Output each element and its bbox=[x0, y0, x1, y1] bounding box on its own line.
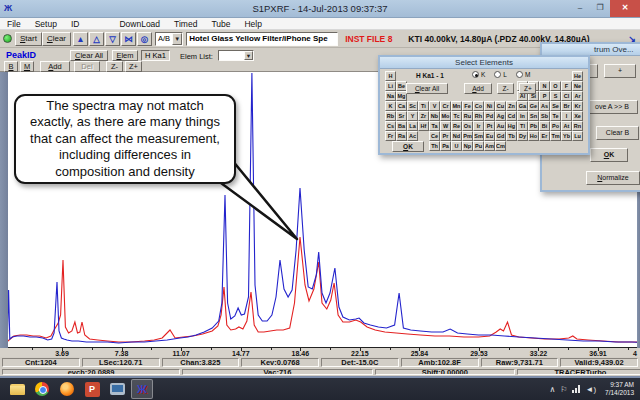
element-cell-po[interactable]: Po bbox=[550, 121, 561, 131]
element-cell-ra[interactable]: Ra bbox=[396, 131, 407, 141]
element-cell-i[interactable]: I bbox=[561, 111, 572, 121]
element-cell-in[interactable]: In bbox=[517, 111, 528, 121]
element-cell-li[interactable]: Li bbox=[385, 81, 396, 91]
m-button[interactable]: M bbox=[20, 61, 34, 72]
toolbar-compress-x-icon[interactable]: ⋈ bbox=[121, 32, 136, 46]
taskbar-app-powerpoint[interactable]: P bbox=[81, 379, 103, 399]
element-cell-sb[interactable]: Sb bbox=[539, 111, 550, 121]
element-cell-er[interactable]: Er bbox=[539, 131, 550, 141]
menu-item-tube[interactable]: Tube bbox=[204, 19, 237, 29]
element-cell-cd[interactable]: Cd bbox=[506, 111, 517, 121]
element-cell-zn[interactable]: Zn bbox=[506, 101, 517, 111]
element-cell-pu[interactable]: Pu bbox=[473, 141, 484, 151]
element-cell-co[interactable]: Co bbox=[473, 101, 484, 111]
element-cell-xe[interactable]: Xe bbox=[572, 111, 583, 121]
element-cell-u[interactable]: U bbox=[451, 141, 462, 151]
dialog-add-button[interactable]: Add bbox=[464, 83, 492, 94]
element-cell-cr[interactable]: Cr bbox=[440, 101, 451, 111]
element-cell-nb[interactable]: Nb bbox=[429, 111, 440, 121]
element-cell-v[interactable]: V bbox=[429, 101, 440, 111]
element-cell-hg[interactable]: Hg bbox=[506, 121, 517, 131]
ab-spectrum-select[interactable]: A/B▼ bbox=[155, 32, 183, 46]
element-cell-pt[interactable]: Pt bbox=[484, 121, 495, 131]
line-radio-m[interactable]: M bbox=[516, 71, 530, 78]
network-icon[interactable] bbox=[572, 385, 580, 393]
clear-b-button[interactable]: Clear B bbox=[596, 126, 639, 140]
element-cell-w[interactable]: W bbox=[440, 121, 451, 131]
line-radio-l[interactable]: L bbox=[494, 71, 507, 78]
element-cell-ce[interactable]: Ce bbox=[429, 131, 440, 141]
z-plus-button[interactable]: Z+ bbox=[125, 61, 142, 72]
menu-item-setup[interactable]: Setup bbox=[28, 19, 64, 29]
overlay-ok-button[interactable]: OK bbox=[590, 148, 628, 162]
menu-item-help[interactable]: Help bbox=[237, 19, 268, 29]
element-cell-sn[interactable]: Sn bbox=[528, 111, 539, 121]
speaker-icon[interactable]: ◄) bbox=[585, 385, 596, 394]
element-cell-na[interactable]: Na bbox=[385, 91, 396, 101]
element-cell-ni[interactable]: Ni bbox=[484, 101, 495, 111]
element-cell-rn[interactable]: Rn bbox=[572, 121, 583, 131]
element-cell-pa[interactable]: Pa bbox=[440, 141, 451, 151]
element-cell-ac[interactable]: Ac bbox=[407, 131, 418, 141]
element-cell-mo[interactable]: Mo bbox=[440, 111, 451, 121]
menu-item-timed[interactable]: Timed bbox=[167, 19, 204, 29]
element-cell-fr[interactable]: Fr bbox=[385, 131, 396, 141]
element-cell-bi[interactable]: Bi bbox=[539, 121, 550, 131]
element-cell-ga[interactable]: Ga bbox=[517, 101, 528, 111]
element-cell-ge[interactable]: Ge bbox=[528, 101, 539, 111]
spectrum-filename-field[interactable]: Hotel Glass Yellow Filter/iPhone Spe bbox=[186, 32, 338, 46]
taskbar-app-firefox[interactable] bbox=[56, 379, 78, 399]
dialog-clear-all-button[interactable]: Clear All bbox=[406, 83, 448, 94]
b-button[interactable]: B bbox=[4, 61, 18, 72]
del-button[interactable]: Del bbox=[74, 61, 100, 72]
element-cell-cl[interactable]: Cl bbox=[561, 91, 572, 101]
element-cell-eu[interactable]: Eu bbox=[484, 131, 495, 141]
element-cell-yb[interactable]: Yb bbox=[561, 131, 572, 141]
taskbar-clock[interactable]: 9:37 AM 7/14/2013 bbox=[601, 381, 640, 397]
toolbar-scale-up-icon[interactable]: ▲ bbox=[73, 32, 88, 46]
action-center-flag-icon[interactable]: ⚐ bbox=[560, 385, 567, 394]
element-cell-tb[interactable]: Tb bbox=[506, 131, 517, 141]
line-radio-k[interactable]: K bbox=[472, 71, 485, 78]
element-cell-cs[interactable]: Cs bbox=[385, 121, 396, 131]
overlay-plus-button[interactable]: + bbox=[604, 64, 636, 78]
toolbar-expand-down-icon[interactable]: ▽ bbox=[105, 32, 120, 46]
tray-chevron-icon[interactable]: ∧ bbox=[549, 385, 555, 394]
element-cell-ho[interactable]: Ho bbox=[528, 131, 539, 141]
taskbar-app-monitor-app[interactable] bbox=[106, 379, 128, 399]
element-cell-rb[interactable]: Rb bbox=[385, 111, 396, 121]
element-cell-o[interactable]: O bbox=[550, 81, 561, 91]
element-cell-at[interactable]: At bbox=[561, 121, 572, 131]
element-cell-am[interactable]: Am bbox=[484, 141, 495, 151]
element-cell-pr[interactable]: Pr bbox=[440, 131, 451, 141]
element-cell-tc[interactable]: Tc bbox=[451, 111, 462, 121]
element-cell-rh[interactable]: Rh bbox=[473, 111, 484, 121]
element-cell-ne[interactable]: Ne bbox=[572, 81, 583, 91]
element-cell-f[interactable]: F bbox=[561, 81, 572, 91]
element-cell-cu[interactable]: Cu bbox=[495, 101, 506, 111]
element-cell-gd[interactable]: Gd bbox=[495, 131, 506, 141]
element-cell-k[interactable]: K bbox=[385, 101, 396, 111]
element-cell-pm[interactable]: Pm bbox=[462, 131, 473, 141]
element-cell-mn[interactable]: Mn bbox=[451, 101, 462, 111]
element-cell-ir[interactable]: Ir bbox=[473, 121, 484, 131]
element-cell-s[interactable]: S bbox=[550, 91, 561, 101]
start-button[interactable]: Start bbox=[15, 32, 42, 46]
dialog-title[interactable]: Select Elements bbox=[380, 57, 588, 69]
element-cell-sc[interactable]: Sc bbox=[407, 101, 418, 111]
z-minus-button[interactable]: Z- bbox=[106, 61, 123, 72]
element-cell-fe[interactable]: Fe bbox=[462, 101, 473, 111]
elem-button[interactable]: Elem bbox=[112, 50, 138, 61]
toolbar-marker-icon[interactable]: ◎ bbox=[137, 32, 152, 46]
dialog-ok-button[interactable]: OK bbox=[392, 141, 424, 152]
element-cell-la[interactable]: La bbox=[407, 121, 418, 131]
element-cell-th[interactable]: Th bbox=[429, 141, 440, 151]
toolbar-expand-up-icon[interactable]: △ bbox=[89, 32, 104, 46]
element-cell-ta[interactable]: Ta bbox=[429, 121, 440, 131]
dialog-z-minus-button[interactable]: Z- bbox=[497, 83, 514, 94]
element-cell-tl[interactable]: Tl bbox=[517, 121, 528, 131]
element-cell-au[interactable]: Au bbox=[495, 121, 506, 131]
taskbar-app-file-explorer[interactable] bbox=[6, 379, 28, 399]
normalize-button[interactable]: Normalize bbox=[586, 171, 640, 185]
element-cell-ar[interactable]: Ar bbox=[572, 91, 583, 101]
